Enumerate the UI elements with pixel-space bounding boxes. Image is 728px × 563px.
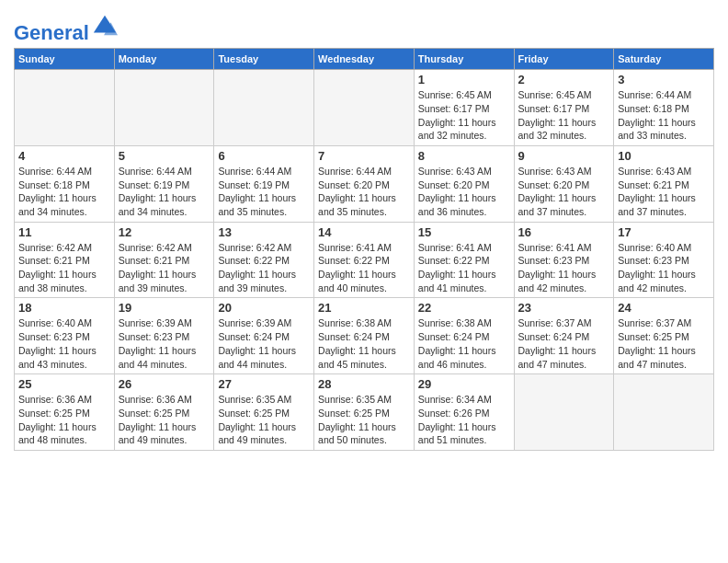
calendar-cell: 13Sunrise: 6:42 AM Sunset: 6:22 PM Dayli… — [214, 222, 314, 298]
day-number: 14 — [318, 225, 410, 239]
calendar-cell — [15, 70, 115, 146]
day-info: Sunrise: 6:37 AM Sunset: 6:24 PM Dayligh… — [518, 316, 610, 371]
day-info: Sunrise: 6:40 AM Sunset: 6:23 PM Dayligh… — [618, 241, 710, 295]
day-number: 25 — [18, 377, 110, 391]
day-number: 7 — [318, 149, 410, 163]
day-info: Sunrise: 6:43 AM Sunset: 6:20 PM Dayligh… — [518, 165, 610, 219]
day-info: Sunrise: 6:44 AM Sunset: 6:20 PM Dayligh… — [318, 165, 410, 219]
day-number: 26 — [119, 377, 210, 391]
day-info: Sunrise: 6:35 AM Sunset: 6:25 PM Dayligh… — [318, 393, 410, 447]
day-number: 20 — [218, 301, 310, 315]
calendar-cell: 26Sunrise: 6:36 AM Sunset: 6:25 PM Dayli… — [114, 374, 214, 451]
day-info: Sunrise: 6:34 AM Sunset: 6:26 PM Dayligh… — [418, 393, 510, 447]
calendar-cell: 22Sunrise: 6:38 AM Sunset: 6:24 PM Dayli… — [414, 298, 514, 374]
day-info: Sunrise: 6:42 AM Sunset: 6:21 PM Dayligh… — [119, 241, 210, 295]
day-number: 23 — [518, 301, 610, 315]
day-info: Sunrise: 6:38 AM Sunset: 6:24 PM Dayligh… — [318, 316, 410, 371]
week-row-3: 18Sunrise: 6:40 AM Sunset: 6:23 PM Dayli… — [15, 298, 714, 374]
day-number: 19 — [119, 301, 210, 315]
calendar-cell: 28Sunrise: 6:35 AM Sunset: 6:25 PM Dayli… — [314, 374, 415, 451]
day-info: Sunrise: 6:40 AM Sunset: 6:23 PM Dayligh… — [18, 316, 110, 371]
calendar-cell: 8Sunrise: 6:43 AM Sunset: 6:20 PM Daylig… — [414, 145, 514, 222]
day-number: 6 — [218, 149, 310, 163]
day-number: 16 — [518, 225, 610, 239]
calendar-cell: 6Sunrise: 6:44 AM Sunset: 6:19 PM Daylig… — [214, 145, 314, 222]
day-info: Sunrise: 6:35 AM Sunset: 6:25 PM Dayligh… — [218, 393, 310, 447]
day-number: 18 — [18, 301, 110, 315]
calendar-cell: 4Sunrise: 6:44 AM Sunset: 6:18 PM Daylig… — [15, 145, 115, 222]
day-number: 12 — [119, 225, 210, 239]
logo-text: General — [14, 14, 118, 44]
day-number: 28 — [318, 377, 410, 391]
day-info: Sunrise: 6:44 AM Sunset: 6:18 PM Dayligh… — [18, 165, 110, 219]
week-row-2: 11Sunrise: 6:42 AM Sunset: 6:21 PM Dayli… — [15, 222, 714, 298]
day-info: Sunrise: 6:37 AM Sunset: 6:25 PM Dayligh… — [618, 316, 710, 371]
calendar-cell: 16Sunrise: 6:41 AM Sunset: 6:23 PM Dayli… — [514, 222, 614, 298]
calendar-cell: 5Sunrise: 6:44 AM Sunset: 6:19 PM Daylig… — [114, 145, 214, 222]
day-info: Sunrise: 6:45 AM Sunset: 6:17 PM Dayligh… — [518, 88, 610, 143]
day-number: 5 — [119, 149, 210, 163]
day-number: 29 — [418, 377, 510, 391]
week-row-4: 25Sunrise: 6:36 AM Sunset: 6:25 PM Dayli… — [15, 374, 714, 451]
calendar-cell — [114, 70, 214, 146]
header: General — [14, 9, 714, 40]
calendar-cell: 10Sunrise: 6:43 AM Sunset: 6:21 PM Dayli… — [614, 145, 714, 222]
calendar-cell: 27Sunrise: 6:35 AM Sunset: 6:25 PM Dayli… — [214, 374, 314, 451]
calendar-cell: 25Sunrise: 6:36 AM Sunset: 6:25 PM Dayli… — [15, 374, 115, 451]
day-number: 4 — [18, 149, 110, 163]
calendar-cell — [514, 374, 614, 451]
calendar-cell: 9Sunrise: 6:43 AM Sunset: 6:20 PM Daylig… — [514, 145, 614, 222]
day-number: 21 — [318, 301, 410, 315]
calendar-cell — [214, 70, 314, 146]
col-header-wednesday: Wednesday — [314, 49, 415, 70]
day-info: Sunrise: 6:41 AM Sunset: 6:22 PM Dayligh… — [418, 241, 510, 295]
calendar-cell: 15Sunrise: 6:41 AM Sunset: 6:22 PM Dayli… — [414, 222, 514, 298]
day-info: Sunrise: 6:41 AM Sunset: 6:23 PM Dayligh… — [518, 241, 610, 295]
day-info: Sunrise: 6:43 AM Sunset: 6:21 PM Dayligh… — [618, 165, 710, 219]
col-header-saturday: Saturday — [614, 49, 714, 70]
logo: General — [14, 14, 118, 40]
day-number: 15 — [418, 225, 510, 239]
day-number: 1 — [418, 73, 510, 86]
calendar-cell: 21Sunrise: 6:38 AM Sunset: 6:24 PM Dayli… — [314, 298, 415, 374]
calendar-cell: 18Sunrise: 6:40 AM Sunset: 6:23 PM Dayli… — [15, 298, 115, 374]
calendar-cell — [614, 374, 714, 451]
calendar-cell — [314, 70, 415, 146]
header-row: SundayMondayTuesdayWednesdayThursdayFrid… — [15, 49, 714, 70]
day-number: 9 — [518, 149, 610, 163]
day-info: Sunrise: 6:36 AM Sunset: 6:25 PM Dayligh… — [18, 393, 110, 447]
day-number: 8 — [418, 149, 510, 163]
calendar-cell: 19Sunrise: 6:39 AM Sunset: 6:23 PM Dayli… — [114, 298, 214, 374]
calendar-cell: 1Sunrise: 6:45 AM Sunset: 6:17 PM Daylig… — [414, 70, 514, 146]
calendar-table: SundayMondayTuesdayWednesdayThursdayFrid… — [14, 48, 714, 451]
week-row-1: 4Sunrise: 6:44 AM Sunset: 6:18 PM Daylig… — [15, 145, 714, 222]
day-number: 10 — [618, 149, 710, 163]
day-number: 13 — [218, 225, 310, 239]
calendar-cell: 3Sunrise: 6:44 AM Sunset: 6:18 PM Daylig… — [614, 70, 714, 146]
calendar-cell: 29Sunrise: 6:34 AM Sunset: 6:26 PM Dayli… — [414, 374, 514, 451]
day-info: Sunrise: 6:43 AM Sunset: 6:20 PM Dayligh… — [418, 165, 510, 219]
calendar-cell: 14Sunrise: 6:41 AM Sunset: 6:22 PM Dayli… — [314, 222, 415, 298]
day-info: Sunrise: 6:41 AM Sunset: 6:22 PM Dayligh… — [318, 241, 410, 295]
day-info: Sunrise: 6:36 AM Sunset: 6:25 PM Dayligh… — [119, 393, 210, 447]
col-header-monday: Monday — [114, 49, 214, 70]
day-number: 2 — [518, 73, 610, 86]
calendar-cell: 20Sunrise: 6:39 AM Sunset: 6:24 PM Dayli… — [214, 298, 314, 374]
col-header-sunday: Sunday — [15, 49, 115, 70]
calendar-cell: 11Sunrise: 6:42 AM Sunset: 6:21 PM Dayli… — [15, 222, 115, 298]
calendar-cell: 17Sunrise: 6:40 AM Sunset: 6:23 PM Dayli… — [614, 222, 714, 298]
day-info: Sunrise: 6:44 AM Sunset: 6:19 PM Dayligh… — [218, 165, 310, 219]
day-info: Sunrise: 6:45 AM Sunset: 6:17 PM Dayligh… — [418, 88, 510, 143]
calendar-cell: 24Sunrise: 6:37 AM Sunset: 6:25 PM Dayli… — [614, 298, 714, 374]
day-info: Sunrise: 6:44 AM Sunset: 6:19 PM Dayligh… — [119, 165, 210, 219]
day-number: 27 — [218, 377, 310, 391]
calendar-cell: 12Sunrise: 6:42 AM Sunset: 6:21 PM Dayli… — [114, 222, 214, 298]
col-header-thursday: Thursday — [414, 49, 514, 70]
day-number: 22 — [418, 301, 510, 315]
day-info: Sunrise: 6:38 AM Sunset: 6:24 PM Dayligh… — [418, 316, 510, 371]
col-header-tuesday: Tuesday — [214, 49, 314, 70]
day-number: 17 — [618, 225, 710, 239]
calendar-cell: 7Sunrise: 6:44 AM Sunset: 6:20 PM Daylig… — [314, 145, 415, 222]
day-info: Sunrise: 6:42 AM Sunset: 6:21 PM Dayligh… — [18, 241, 110, 295]
day-info: Sunrise: 6:39 AM Sunset: 6:24 PM Dayligh… — [218, 316, 310, 371]
